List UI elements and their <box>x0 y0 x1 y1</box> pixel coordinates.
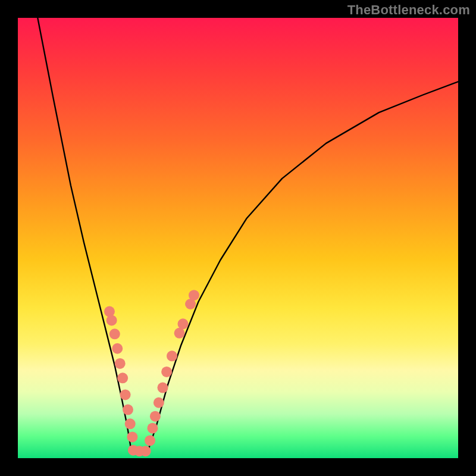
data-dot <box>157 383 168 393</box>
data-dot <box>150 411 161 422</box>
data-dot <box>167 350 177 361</box>
data-dot <box>127 431 137 442</box>
data-dot <box>145 435 155 446</box>
chart-overlay <box>18 18 458 458</box>
curve-lines <box>37 18 458 452</box>
data-dot <box>117 372 128 383</box>
data-dot <box>140 446 151 456</box>
data-dot <box>104 306 115 317</box>
data-dot <box>123 405 133 415</box>
data-dot <box>125 418 136 429</box>
data-dot <box>154 397 164 408</box>
data-dot <box>161 367 172 377</box>
data-dot <box>189 290 199 300</box>
chart-frame: TheBottleneck.com <box>0 0 476 476</box>
data-dot <box>112 343 123 354</box>
plot-area <box>18 18 458 458</box>
data-dot <box>174 328 185 339</box>
watermark-text: TheBottleneck.com <box>347 2 470 18</box>
data-dot <box>107 315 117 325</box>
data-dots <box>104 290 199 456</box>
data-dot <box>185 299 196 309</box>
data-dot <box>134 446 145 456</box>
data-dot <box>115 358 126 369</box>
data-dot <box>178 318 189 329</box>
bottleneck-curve <box>37 18 458 452</box>
data-dot <box>109 328 120 339</box>
data-dot <box>128 445 139 456</box>
data-dot <box>120 389 131 400</box>
data-dot <box>147 423 158 434</box>
